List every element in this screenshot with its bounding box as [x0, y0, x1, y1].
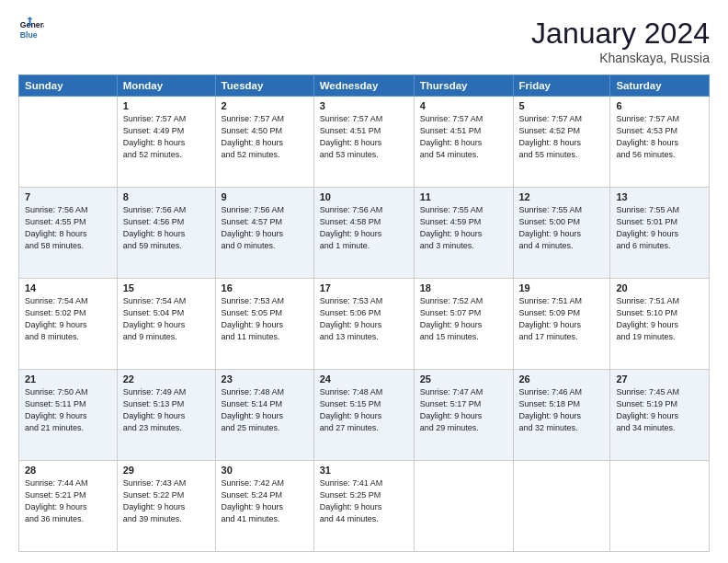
day-info: Sunrise: 7:42 AM Sunset: 5:24 PM Dayligh… [222, 477, 308, 525]
day-cell: 29Sunrise: 7:43 AM Sunset: 5:22 PM Dayli… [117, 461, 215, 552]
day-number: 24 [320, 373, 408, 385]
day-number: 4 [420, 100, 507, 111]
day-number: 13 [616, 191, 703, 202]
week-row-1: 1Sunrise: 7:57 AM Sunset: 4:49 PM Daylig… [19, 97, 710, 188]
day-number: 12 [519, 191, 605, 202]
calendar-table: Sunday Monday Tuesday Wednesday Thursday… [18, 75, 710, 552]
svg-text:Blue: Blue [20, 30, 38, 40]
day-number: 16 [222, 282, 308, 293]
day-number: 31 [320, 465, 408, 476]
day-info: Sunrise: 7:55 AM Sunset: 5:00 PM Dayligh… [519, 204, 605, 252]
day-cell: 23Sunrise: 7:48 AM Sunset: 5:14 PM Dayli… [215, 370, 313, 461]
day-cell: 28Sunrise: 7:44 AM Sunset: 5:21 PM Dayli… [19, 461, 118, 552]
day-info: Sunrise: 7:46 AM Sunset: 5:18 PM Dayligh… [519, 386, 605, 434]
day-cell: 17Sunrise: 7:53 AM Sunset: 5:06 PM Dayli… [313, 279, 414, 370]
day-info: Sunrise: 7:56 AM Sunset: 4:55 PM Dayligh… [25, 204, 111, 252]
day-number: 21 [25, 373, 111, 385]
day-cell: 8Sunrise: 7:56 AM Sunset: 4:56 PM Daylig… [117, 188, 215, 279]
day-cell: 4Sunrise: 7:57 AM Sunset: 4:51 PM Daylig… [414, 97, 513, 188]
col-wednesday: Wednesday [313, 75, 414, 97]
day-cell: 2Sunrise: 7:57 AM Sunset: 4:50 PM Daylig… [215, 97, 313, 188]
day-number: 27 [616, 373, 703, 385]
day-cell: 3Sunrise: 7:57 AM Sunset: 4:51 PM Daylig… [313, 97, 414, 188]
day-cell: 31Sunrise: 7:41 AM Sunset: 5:25 PM Dayli… [313, 461, 414, 552]
day-cell: 5Sunrise: 7:57 AM Sunset: 4:52 PM Daylig… [513, 97, 610, 188]
day-info: Sunrise: 7:57 AM Sunset: 4:49 PM Dayligh… [123, 113, 210, 161]
day-cell: 20Sunrise: 7:51 AM Sunset: 5:10 PM Dayli… [610, 279, 710, 370]
day-info: Sunrise: 7:44 AM Sunset: 5:21 PM Dayligh… [25, 477, 111, 525]
day-number: 18 [420, 282, 507, 293]
day-info: Sunrise: 7:57 AM Sunset: 4:51 PM Dayligh… [420, 113, 507, 161]
day-number: 5 [519, 100, 605, 111]
day-cell: 13Sunrise: 7:55 AM Sunset: 5:01 PM Dayli… [610, 188, 710, 279]
day-cell [513, 461, 610, 552]
day-number: 11 [420, 191, 507, 202]
col-sunday: Sunday [19, 75, 118, 97]
day-cell [414, 461, 513, 552]
location: Khanskaya, Russia [531, 51, 710, 65]
day-number: 15 [123, 282, 210, 293]
logo: General Blue [18, 17, 44, 42]
day-number: 17 [320, 282, 408, 293]
day-number: 1 [123, 100, 210, 111]
day-info: Sunrise: 7:51 AM Sunset: 5:10 PM Dayligh… [616, 295, 703, 343]
day-info: Sunrise: 7:48 AM Sunset: 5:15 PM Dayligh… [320, 386, 408, 434]
day-number: 25 [420, 373, 507, 385]
day-number: 8 [123, 191, 210, 202]
day-number: 6 [616, 100, 703, 111]
day-number: 10 [320, 191, 408, 202]
calendar-page: General Blue January 2024 Khanskaya, Rus… [0, 0, 728, 563]
day-info: Sunrise: 7:53 AM Sunset: 5:06 PM Dayligh… [320, 295, 408, 343]
header-row: Sunday Monday Tuesday Wednesday Thursday… [19, 75, 710, 97]
week-row-4: 21Sunrise: 7:50 AM Sunset: 5:11 PM Dayli… [19, 370, 710, 461]
header: General Blue January 2024 Khanskaya, Rus… [18, 17, 710, 65]
week-row-2: 7Sunrise: 7:56 AM Sunset: 4:55 PM Daylig… [19, 188, 710, 279]
day-cell: 22Sunrise: 7:49 AM Sunset: 5:13 PM Dayli… [117, 370, 215, 461]
day-info: Sunrise: 7:56 AM Sunset: 4:57 PM Dayligh… [222, 204, 308, 252]
svg-text:General: General [20, 20, 44, 29]
day-cell: 11Sunrise: 7:55 AM Sunset: 4:59 PM Dayli… [414, 188, 513, 279]
day-number: 29 [123, 465, 210, 476]
day-info: Sunrise: 7:51 AM Sunset: 5:09 PM Dayligh… [519, 295, 605, 343]
day-cell: 1Sunrise: 7:57 AM Sunset: 4:49 PM Daylig… [117, 97, 215, 188]
day-info: Sunrise: 7:57 AM Sunset: 4:51 PM Dayligh… [320, 113, 408, 161]
logo-icon: General Blue [18, 17, 44, 42]
day-info: Sunrise: 7:55 AM Sunset: 5:01 PM Dayligh… [616, 204, 703, 252]
day-info: Sunrise: 7:56 AM Sunset: 4:56 PM Dayligh… [123, 204, 210, 252]
day-cell: 25Sunrise: 7:47 AM Sunset: 5:17 PM Dayli… [414, 370, 513, 461]
day-cell: 14Sunrise: 7:54 AM Sunset: 5:02 PM Dayli… [19, 279, 118, 370]
day-number: 22 [123, 373, 210, 385]
day-info: Sunrise: 7:55 AM Sunset: 4:59 PM Dayligh… [420, 204, 507, 252]
day-cell: 9Sunrise: 7:56 AM Sunset: 4:57 PM Daylig… [215, 188, 313, 279]
week-row-3: 14Sunrise: 7:54 AM Sunset: 5:02 PM Dayli… [19, 279, 710, 370]
day-info: Sunrise: 7:57 AM Sunset: 4:53 PM Dayligh… [616, 113, 703, 161]
week-row-5: 28Sunrise: 7:44 AM Sunset: 5:21 PM Dayli… [19, 461, 710, 552]
month-title: January 2024 [531, 17, 710, 51]
day-number: 28 [25, 465, 111, 476]
day-cell: 21Sunrise: 7:50 AM Sunset: 5:11 PM Dayli… [19, 370, 118, 461]
day-cell: 24Sunrise: 7:48 AM Sunset: 5:15 PM Dayli… [313, 370, 414, 461]
day-cell: 30Sunrise: 7:42 AM Sunset: 5:24 PM Dayli… [215, 461, 313, 552]
day-cell: 27Sunrise: 7:45 AM Sunset: 5:19 PM Dayli… [610, 370, 710, 461]
day-info: Sunrise: 7:53 AM Sunset: 5:05 PM Dayligh… [222, 295, 308, 343]
day-cell: 12Sunrise: 7:55 AM Sunset: 5:00 PM Dayli… [513, 188, 610, 279]
day-info: Sunrise: 7:41 AM Sunset: 5:25 PM Dayligh… [320, 477, 408, 525]
day-cell: 18Sunrise: 7:52 AM Sunset: 5:07 PM Dayli… [414, 279, 513, 370]
col-tuesday: Tuesday [215, 75, 313, 97]
day-info: Sunrise: 7:43 AM Sunset: 5:22 PM Dayligh… [123, 477, 210, 525]
day-cell: 10Sunrise: 7:56 AM Sunset: 4:58 PM Dayli… [313, 188, 414, 279]
day-number: 19 [519, 282, 605, 293]
col-friday: Friday [513, 75, 610, 97]
day-cell: 16Sunrise: 7:53 AM Sunset: 5:05 PM Dayli… [215, 279, 313, 370]
day-info: Sunrise: 7:57 AM Sunset: 4:50 PM Dayligh… [222, 113, 308, 161]
day-cell: 19Sunrise: 7:51 AM Sunset: 5:09 PM Dayli… [513, 279, 610, 370]
day-cell: 7Sunrise: 7:56 AM Sunset: 4:55 PM Daylig… [19, 188, 118, 279]
day-number: 2 [222, 100, 308, 111]
col-monday: Monday [117, 75, 215, 97]
day-info: Sunrise: 7:54 AM Sunset: 5:04 PM Dayligh… [123, 295, 210, 343]
day-info: Sunrise: 7:50 AM Sunset: 5:11 PM Dayligh… [25, 386, 111, 434]
day-info: Sunrise: 7:45 AM Sunset: 5:19 PM Dayligh… [616, 386, 703, 434]
day-cell: 6Sunrise: 7:57 AM Sunset: 4:53 PM Daylig… [610, 97, 710, 188]
day-info: Sunrise: 7:48 AM Sunset: 5:14 PM Dayligh… [222, 386, 308, 434]
day-cell: 15Sunrise: 7:54 AM Sunset: 5:04 PM Dayli… [117, 279, 215, 370]
